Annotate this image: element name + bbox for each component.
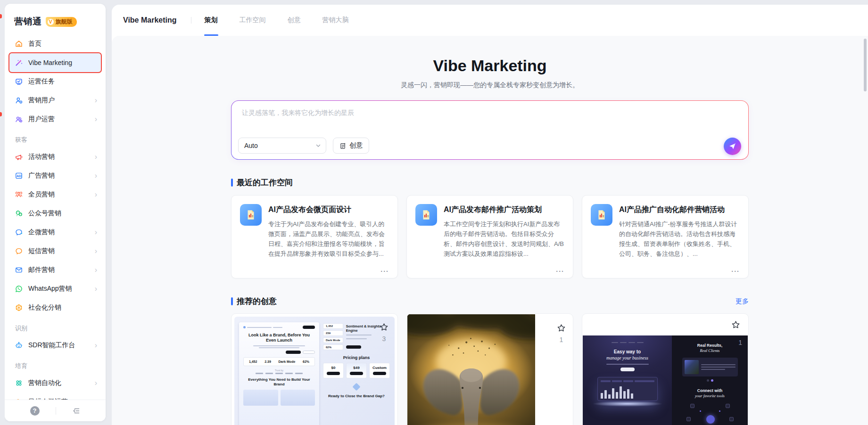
workspace-title: AI产品发布会微页面设计 xyxy=(268,205,389,215)
sidebar-item-label: 运营任务 xyxy=(28,77,97,86)
hero-title: Vibe Marketing xyxy=(112,57,868,75)
tab-bar: 策划工作空间创意营销大脑 xyxy=(205,5,349,36)
sidebar-item-label: 企微营销 xyxy=(28,228,90,237)
more-options-icon[interactable]: ... xyxy=(444,266,564,273)
workspace-description: 专注于为AI产品发布会创建专业、吸引人的微页面，涵盖产品展示、功能亮点、发布会日… xyxy=(268,219,389,259)
sidebar-item-all-staff-marketing[interactable]: 全员营销› xyxy=(9,185,101,204)
sidebar-item-ad-marketing[interactable]: AD广告营销› xyxy=(9,166,101,185)
sidebar-item-social-distribution[interactable]: 社会化分销 xyxy=(9,298,101,317)
heading-accent-bar xyxy=(231,179,233,187)
chevron-right-icon: › xyxy=(95,153,97,161)
sidebar-item-label: 用户运营 xyxy=(28,115,90,123)
hexagon-network-icon xyxy=(14,303,24,312)
model-select-value: Auto xyxy=(244,142,258,149)
ideas-heading: 推荐的创意 xyxy=(237,296,277,307)
sidebar-item-email-marketing[interactable]: 邮件营销› xyxy=(9,261,101,279)
idea-card-dark-landing[interactable]: 1 Easy way to manage your business xyxy=(582,313,749,425)
dashboard-mock xyxy=(597,377,658,401)
workspace-description: 针对营销通AI推广-纷享服务号推送人群设计的自动化邮件营销活动。活动包含科技感海… xyxy=(619,219,740,259)
sidebar-item-target-audience-operation[interactable]: 目标人群运营 xyxy=(9,392,101,400)
idea-doc-icon xyxy=(339,142,347,149)
sidebar-item-label: SDR智能工作台 xyxy=(28,341,90,350)
content-area: Vibe Marketing 灵感一闪，营销即现——您的专属全栈专家秒变创意为增… xyxy=(112,36,868,425)
workspaces-section-heading: 最近的工作空间 xyxy=(231,177,749,188)
footer-divider xyxy=(56,407,56,415)
more-options-icon[interactable]: ... xyxy=(619,266,740,273)
prompt-input[interactable]: 让灵感落笔，我来将它化为增长的星辰 xyxy=(231,101,748,125)
send-button[interactable] xyxy=(724,138,741,155)
sidebar-item-sdr-workbench[interactable]: SDR智能工作台› xyxy=(9,336,101,355)
more-options-icon[interactable]: ... xyxy=(268,266,389,273)
chevron-right-icon: › xyxy=(95,115,97,123)
idea-card-photo[interactable]: 1 xyxy=(406,313,573,425)
sidebar-item-label: 营销自动化 xyxy=(28,379,90,387)
sidebar-item-marketing-users[interactable]: 营销用户› xyxy=(9,91,101,110)
favorite-star[interactable]: 3 xyxy=(379,322,389,343)
sidebar-item-vibe-marketing[interactable]: Vibe Marketing xyxy=(9,53,101,72)
collapse-sidebar-icon[interactable] xyxy=(72,407,81,415)
dark-landing-mockup-image: 1 Easy way to manage your business xyxy=(583,335,748,425)
tab-ideas[interactable]: 创意 xyxy=(288,5,301,36)
tab-workspace[interactable]: 工作空间 xyxy=(240,5,266,36)
favorite-star[interactable]: 1 xyxy=(556,323,566,343)
model-select[interactable]: Auto xyxy=(238,138,326,154)
star-icon xyxy=(731,320,741,330)
favorite-star[interactable] xyxy=(731,320,741,332)
sidebar-item-marketing-automation[interactable]: 营销自动化› xyxy=(9,374,101,392)
sidebar-item-label: 广告营销 xyxy=(28,172,90,180)
sidebar-item-event-marketing[interactable]: 活动营销› xyxy=(9,147,101,166)
wechat-icon xyxy=(14,209,24,218)
sidebar-item-label: WhatsApp营销 xyxy=(28,285,90,293)
hero-subtitle: 灵感一闪，营销即现——您的专属全栈专家秒变创意为增长。 xyxy=(112,81,868,90)
chevron-right-icon: › xyxy=(95,285,97,293)
idea-card-row: Look Like a Brand, Before You Even Launc… xyxy=(231,313,749,425)
sidebar-item-whatsapp-marketing[interactable]: WhatsApp营销› xyxy=(9,279,101,298)
page-title: Vibe Marketing xyxy=(123,16,177,25)
workspace-title: AI产品发布邮件推广活动策划 xyxy=(444,205,564,215)
workspace-card[interactable]: AI产品发布邮件推广活动策划本工作空间专注于策划和执行AI新产品发布后的电子邮件… xyxy=(406,195,573,278)
sidebar-item-user-operation[interactable]: 用户运营› xyxy=(9,110,101,129)
scrollbar[interactable] xyxy=(864,39,867,91)
workspace-card[interactable]: AI产品推广自动化邮件营销活动针对营销通AI推广-纷享服务号推送人群设计的自动化… xyxy=(582,195,749,278)
user-group-icon xyxy=(14,114,24,124)
sidebar-item-sms-marketing[interactable]: 短信营销› xyxy=(9,242,101,261)
chevron-right-icon: › xyxy=(95,191,97,198)
chevron-right-icon: › xyxy=(95,172,97,180)
sidebar-item-official-account-marketing[interactable]: 公众号营销 xyxy=(9,204,101,223)
notification-dot xyxy=(0,14,2,18)
testimonial-photo xyxy=(685,360,699,374)
chevron-right-icon: › xyxy=(95,266,97,274)
chevron-right-icon: › xyxy=(95,247,97,255)
workspace-doc-icon xyxy=(240,204,262,226)
chevron-down-icon xyxy=(315,143,321,148)
sidebar-section-label: 识别 xyxy=(9,317,101,336)
elephant-photo xyxy=(407,314,535,425)
chevron-right-icon: › xyxy=(95,342,97,349)
wecom-chat-icon xyxy=(14,228,24,237)
help-icon[interactable]: ? xyxy=(30,406,40,416)
sidebar-section-label: 获客 xyxy=(9,129,101,147)
more-link[interactable]: 更多 xyxy=(736,297,749,306)
whatsapp-icon xyxy=(14,284,24,294)
idea-button[interactable]: 创意 xyxy=(333,138,369,154)
workspace-card[interactable]: AI产品发布会微页面设计专注于为AI产品发布会创建专业、吸引人的微页面，涵盖产品… xyxy=(231,195,398,278)
sidebar-item-operation-tasks[interactable]: 运营任务 xyxy=(9,72,101,91)
logo-row: 营销通 V 旗舰版 xyxy=(5,4,106,32)
workspace-card-row: AI产品发布会微页面设计专注于为AI产品发布会创建专业、吸引人的微页面，涵盖产品… xyxy=(231,195,749,278)
testimonial-card xyxy=(682,358,738,376)
workspaces-heading: 最近的工作空间 xyxy=(237,177,293,188)
prompt-composer: 让灵感落笔，我来将它化为增长的星辰 Auto 创意 xyxy=(231,100,749,160)
sidebar-item-home[interactable]: 首页 xyxy=(9,34,101,53)
tab-marketing-brain[interactable]: 营销大脑 xyxy=(322,5,349,36)
favorite-count: 3 xyxy=(379,335,389,343)
workspace-description: 本工作空间专注于策划和执行AI新产品发布后的电子邮件营销活动。包括目标受众分析、… xyxy=(444,219,564,259)
mockup-left-page: Easy way to manage your business xyxy=(583,335,672,425)
sidebar-section-label: 培育 xyxy=(9,355,101,374)
idea-card-landing[interactable]: Look Like a Brand, Before You Even Launc… xyxy=(231,313,398,425)
sidebar-item-wecom-marketing[interactable]: 企微营销› xyxy=(9,223,101,242)
tab-planning[interactable]: 策划 xyxy=(205,5,218,36)
star-icon xyxy=(556,323,566,333)
sidebar-item-label: 首页 xyxy=(28,40,97,48)
magic-wand-icon xyxy=(14,58,24,67)
sidebar-item-label: 营销用户 xyxy=(28,96,90,105)
